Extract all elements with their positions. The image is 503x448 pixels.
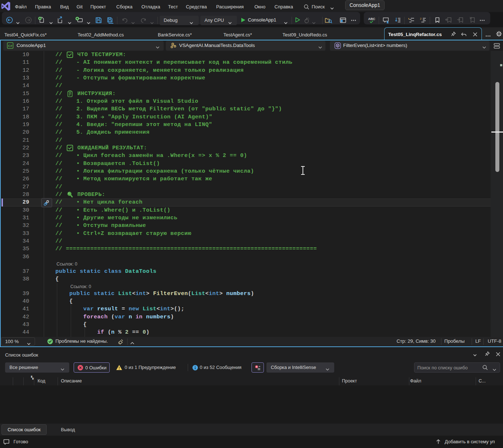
svg-text:ABC: ABC: [368, 17, 375, 21]
svg-text:C#: C#: [8, 44, 13, 48]
svg-text:2: 2: [420, 17, 422, 20]
